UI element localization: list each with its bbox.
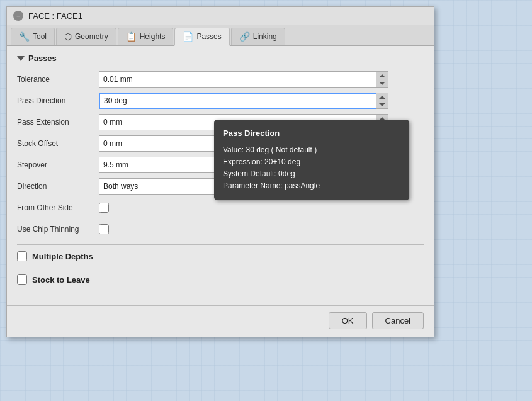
stock-to-leave-label: Stock to Leave (32, 275, 90, 285)
multiple-depths-section: Multiple Depths (17, 251, 424, 261)
tool-icon: 🔧 (19, 31, 30, 42)
pass-direction-spin-down[interactable] (379, 103, 385, 106)
title-icon: – (13, 11, 23, 21)
geometry-icon: ⬡ (64, 31, 72, 42)
pass-extension-label: Pass Extension (17, 118, 99, 127)
tooltip-expression: Expression: 20+10 deg (223, 156, 400, 168)
tab-linking[interactable]: 🔗 Linking (231, 28, 285, 45)
stock-offset-label: Stock Offset (17, 139, 99, 148)
stepover-label: Stepover (17, 161, 99, 169)
tab-bar: 🔧 Tool ⬡ Geometry 📋 Heights 📄 Passes 🔗 L… (7, 25, 434, 46)
cancel-button[interactable]: Cancel (372, 312, 424, 329)
multiple-depths-label: Multiple Depths (32, 252, 93, 261)
tab-heights-label: Heights (140, 32, 166, 41)
stock-to-leave-checkbox[interactable] (17, 274, 27, 285)
tab-tool[interactable]: 🔧 Tool (11, 28, 55, 45)
tooltip-value: Value: 30 deg ( Not default ) (223, 144, 400, 156)
tab-geometry[interactable]: ⬡ Geometry (56, 28, 116, 45)
tooltip-default: System Default: 0deg (223, 168, 400, 180)
tab-geometry-label: Geometry (75, 32, 108, 41)
use-chip-thinning-label: Use Chip Thinning (17, 225, 99, 234)
tolerance-input-wrapper (99, 71, 388, 88)
title-bar: – FACE : FACE1 (7, 7, 434, 25)
divider-2 (17, 268, 424, 268)
stock-to-leave-section: Stock to Leave (17, 274, 424, 285)
pass-direction-spinner (376, 93, 388, 109)
tolerance-spinner (376, 71, 388, 88)
use-chip-thinning-row: Use Chip Thinning (17, 220, 424, 238)
heights-icon: 📋 (126, 31, 137, 42)
pass-direction-row: Pass Direction (17, 92, 424, 110)
dialog-title: FACE : FACE1 (28, 11, 82, 21)
tab-tool-label: Tool (33, 32, 47, 41)
use-chip-thinning-checkbox[interactable] (99, 224, 109, 234)
divider-3 (17, 291, 424, 291)
pass-direction-spin-up[interactable] (379, 96, 385, 99)
tolerance-spin-down[interactable] (379, 82, 385, 85)
tooltip-param: Parameter Name: passAngle (223, 180, 400, 192)
direction-label: Direction (17, 182, 99, 191)
tolerance-input[interactable] (99, 71, 388, 88)
divider-1 (17, 244, 424, 245)
tolerance-row: Tolerance (17, 71, 424, 88)
multiple-depths-checkbox[interactable] (17, 251, 27, 261)
pass-direction-input-wrapper (99, 93, 388, 109)
tab-heights[interactable]: 📋 Heights (118, 28, 174, 45)
ok-button[interactable]: OK (329, 312, 367, 329)
tooltip-title: Pass Direction (223, 127, 400, 140)
tolerance-label: Tolerance (17, 75, 99, 84)
collapse-icon[interactable] (17, 56, 25, 61)
tolerance-spin-up[interactable] (379, 74, 385, 77)
pass-direction-input[interactable] (99, 93, 388, 109)
pass-direction-tooltip: Pass Direction Value: 30 deg ( Not defau… (214, 120, 409, 200)
passes-icon: 📄 (183, 31, 193, 42)
tab-passes[interactable]: 📄 Passes (174, 28, 229, 46)
button-row: OK Cancel (7, 305, 434, 337)
linking-icon: 🔗 (239, 31, 250, 42)
passes-section-header: Passes (17, 54, 424, 63)
pass-direction-label: Pass Direction (17, 96, 99, 105)
from-other-side-checkbox[interactable] (99, 203, 109, 213)
from-other-side-label: From Other Side (17, 203, 99, 212)
tab-linking-label: Linking (253, 32, 277, 41)
tab-passes-label: Passes (196, 32, 221, 41)
passes-section-label: Passes (28, 54, 57, 63)
from-other-side-row: From Other Side (17, 199, 424, 217)
